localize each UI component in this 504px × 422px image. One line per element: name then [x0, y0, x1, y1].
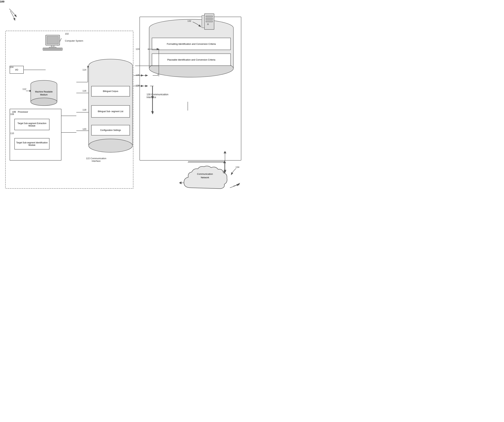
svg-rect-22	[47, 36, 58, 44]
ref-132-arrow	[187, 19, 205, 30]
extraction-module-label: Target Sub-segment Extraction Module	[16, 122, 48, 127]
processor-box: 106 Processor Target Sub-segment Extract…	[10, 109, 61, 160]
target-subsegment-extraction-box: Target Sub-segment Extraction Module	[14, 119, 49, 130]
ref-104: 104	[10, 66, 13, 68]
comm-interface-122-label: 122 CommunicationInterface	[86, 157, 106, 162]
bilingual-subsegment-label: Bilingual Sub- segment List	[98, 110, 123, 113]
diagram: 100	[0, 0, 252, 211]
svg-rect-26	[44, 49, 61, 50]
identification-module-label: Target Sub-segment Identification Module	[16, 142, 48, 146]
svg-rect-43	[206, 16, 213, 17]
ref-120: 120	[83, 128, 86, 130]
ref-128: 128	[136, 84, 139, 87]
svg-rect-45	[206, 21, 213, 22]
ref-116: 116	[83, 89, 86, 92]
machine-readable-medium: Machine ReadableMedium	[29, 79, 59, 109]
processor-ref: 106 Processor	[12, 111, 28, 113]
bilingual-corpus-label: Bilingual Corpus	[103, 90, 118, 92]
io-label: I/O	[15, 68, 18, 71]
ref-134-arrow	[230, 165, 244, 179]
svg-rect-23	[51, 45, 54, 47]
svg-marker-19	[223, 160, 226, 163]
communication-network-cloud: CommunicationNetwork	[180, 165, 229, 194]
placeable-id-box: Placeable Identification and Conversion …	[152, 53, 231, 66]
comm-network-label: CommunicationNetwork	[190, 172, 220, 179]
ref-112: 112	[23, 88, 26, 90]
formatting-id-box: Formatting Identification and Conversion…	[152, 38, 231, 50]
formatting-id-label: Formatting Identification and Conversion…	[167, 43, 216, 45]
svg-point-31	[31, 98, 57, 106]
target-subsegment-identification-box: Target Sub-segment Identification Module	[14, 138, 49, 149]
computer-system-label: Computer System	[65, 40, 83, 42]
bilingual-corpus-box: Bilingual Corpus	[91, 86, 130, 96]
configuration-settings-box: Configuration Settings	[91, 125, 130, 136]
svg-point-46	[207, 24, 209, 25]
ref-102: 102	[65, 32, 69, 35]
ref-110: 110	[10, 132, 14, 135]
ref-108: 108	[10, 113, 14, 115]
placeable-id-label: Placeable Identification and Conversion …	[167, 59, 215, 61]
machine-readable-label: Machine ReadableMedium	[31, 90, 57, 96]
computer-system-icon	[41, 34, 68, 54]
configuration-settings-label: Configuration Settings	[100, 129, 121, 131]
comm-interface-130-label: 130 CommunicationInterface	[147, 93, 168, 99]
bilingual-subsegment-list-box: Bilingual Sub- segment List	[91, 105, 130, 118]
ref-126: 126	[136, 74, 139, 76]
ref-114: 114	[83, 68, 86, 71]
svg-rect-44	[206, 18, 213, 20]
ref-100: 100	[0, 0, 252, 3]
ref-124: 124	[136, 48, 139, 50]
ref-118: 118	[83, 108, 86, 111]
svg-point-36	[89, 139, 132, 152]
ref-100-arrow	[7, 7, 21, 21]
